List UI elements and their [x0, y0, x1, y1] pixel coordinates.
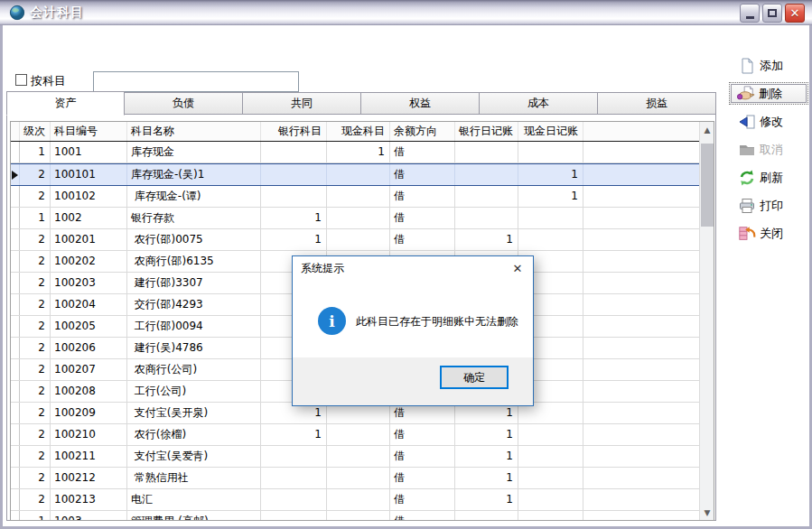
scroll-down-arrow-icon[interactable]: ▼ — [700, 505, 714, 520]
table-cell[interactable]: 100208 — [51, 381, 127, 402]
table-cell[interactable] — [583, 164, 701, 185]
table-cell[interactable]: 100202 — [51, 251, 127, 272]
table-cell[interactable]: 建行(吴)4786 — [127, 338, 261, 358]
table-cell[interactable]: 库存现金 — [127, 142, 261, 162]
table-cell[interactable]: 1 — [455, 229, 518, 250]
table-cell[interactable]: 2 — [20, 359, 51, 380]
table-cell[interactable] — [261, 511, 327, 521]
table-cell[interactable]: 2 — [20, 273, 51, 293]
table-cell[interactable]: 100204 — [51, 294, 127, 315]
tab-3[interactable]: 权益 — [361, 92, 480, 115]
table-cell[interactable]: 2 — [20, 251, 51, 272]
table-cell[interactable] — [583, 424, 701, 445]
table-cell[interactable] — [327, 164, 390, 185]
table-cell[interactable]: 100209 — [51, 403, 127, 423]
action-button-6[interactable]: 关闭 — [722, 222, 812, 245]
table-cell[interactable] — [583, 338, 701, 358]
table-row[interactable]: 2100213电汇借1 — [11, 489, 701, 511]
table-cell[interactable]: 库存现金-(吴)1 — [127, 164, 261, 185]
table-row[interactable]: 2100210 农行(徐榴)1借1 — [11, 424, 701, 446]
table-cell[interactable]: 借 — [390, 468, 455, 488]
table-cell[interactable]: 2 — [20, 381, 51, 402]
table-cell[interactable]: 建行(邵)3307 — [127, 273, 261, 293]
table-cell[interactable] — [327, 229, 390, 250]
filter-by-subject-checkbox[interactable] — [15, 74, 27, 86]
table-cell[interactable] — [261, 142, 327, 162]
table-cell[interactable] — [518, 511, 583, 521]
table-cell[interactable] — [583, 273, 701, 293]
table-cell[interactable]: 100102 — [51, 186, 127, 207]
table-cell[interactable]: 2 — [20, 489, 51, 510]
table-cell[interactable] — [583, 468, 701, 488]
table-cell[interactable] — [327, 489, 390, 510]
action-button-0[interactable]: 添加 — [722, 54, 812, 77]
table-cell[interactable]: 2 — [20, 294, 51, 315]
table-cell[interactable]: 借 — [390, 229, 455, 250]
table-row[interactable]: 2100212 常熟信用社借1 — [11, 468, 701, 489]
table-cell[interactable] — [518, 489, 583, 510]
table-cell[interactable] — [583, 316, 701, 337]
table-cell[interactable]: 2 — [20, 468, 51, 488]
table-cell[interactable]: 交行(邵)4293 — [127, 294, 261, 315]
action-button-3[interactable]: 取消 — [722, 138, 812, 161]
table-cell[interactable]: 借 — [390, 164, 455, 185]
table-cell[interactable]: 1 — [518, 186, 583, 207]
table-cell[interactable] — [261, 446, 327, 467]
table-cell[interactable]: 常熟信用社 — [127, 468, 261, 488]
table-cell[interactable]: 100206 — [51, 338, 127, 358]
table-cell[interactable]: 1 — [327, 142, 390, 162]
table-cell[interactable]: 1002 — [51, 208, 127, 228]
table-cell[interactable]: 支付宝(吴开泉) — [127, 403, 261, 423]
table-cell[interactable]: 100101 — [51, 164, 127, 185]
action-button-1[interactable]: 删除 — [729, 82, 808, 105]
table-cell[interactable] — [583, 208, 701, 228]
table-row[interactable]: 11002银行存款1借 — [11, 208, 701, 229]
table-cell[interactable]: 2 — [20, 186, 51, 207]
subject-filter-input[interactable] — [93, 71, 299, 92]
table-row[interactable]: 11001库存现金1借 — [11, 142, 701, 163]
table-cell[interactable] — [261, 468, 327, 488]
table-cell[interactable]: 1 — [518, 164, 583, 185]
table-cell[interactable] — [583, 186, 701, 207]
table-cell[interactable] — [583, 294, 701, 315]
table-cell[interactable]: 100212 — [51, 468, 127, 488]
table-cell[interactable] — [261, 489, 327, 510]
table-cell[interactable]: 银行存款 — [127, 208, 261, 228]
tab-1[interactable]: 负债 — [125, 92, 243, 115]
table-cell[interactable]: 借 — [390, 208, 455, 228]
ok-button[interactable]: 确定 — [440, 366, 509, 389]
table-cell[interactable]: 1001 — [51, 142, 127, 162]
table-cell[interactable] — [455, 511, 518, 521]
action-button-5[interactable]: 打印 — [722, 194, 812, 217]
table-row[interactable]: 2100211 支付宝(吴爱青)借1 — [11, 446, 701, 468]
table-cell[interactable] — [518, 208, 583, 228]
table-cell[interactable]: 1 — [20, 511, 51, 521]
table-cell[interactable] — [327, 424, 390, 445]
table-cell[interactable] — [327, 446, 390, 467]
tab-0[interactable]: 资产 — [6, 91, 125, 116]
table-cell[interactable] — [583, 511, 701, 521]
table-cell[interactable]: 借 — [390, 142, 455, 162]
table-cell[interactable] — [455, 186, 518, 207]
table-cell[interactable] — [518, 142, 583, 162]
tab-5[interactable]: 损益 — [598, 92, 716, 115]
table-cell[interactable]: 电汇 — [127, 489, 261, 510]
table-cell[interactable]: 100205 — [51, 316, 127, 337]
table-cell[interactable]: 2 — [20, 424, 51, 445]
table-cell[interactable]: 借 — [390, 186, 455, 207]
close-window-button[interactable]: ✕ — [785, 4, 805, 23]
table-cell[interactable] — [327, 186, 390, 207]
table-cell[interactable]: 借 — [390, 489, 455, 510]
table-cell[interactable]: 100211 — [51, 446, 127, 467]
table-cell[interactable]: 借 — [390, 446, 455, 467]
table-cell[interactable] — [518, 229, 583, 250]
table-cell[interactable]: 100201 — [51, 229, 127, 250]
minimize-button[interactable] — [740, 4, 760, 23]
table-cell[interactable] — [455, 208, 518, 228]
table-cell[interactable] — [455, 142, 518, 162]
action-button-4[interactable]: 刷新 — [722, 166, 812, 189]
table-cell[interactable] — [261, 164, 327, 185]
action-button-2[interactable]: 修改 — [722, 110, 812, 133]
table-cell[interactable]: 1 — [261, 424, 327, 445]
table-cell[interactable]: 1 — [261, 208, 327, 228]
